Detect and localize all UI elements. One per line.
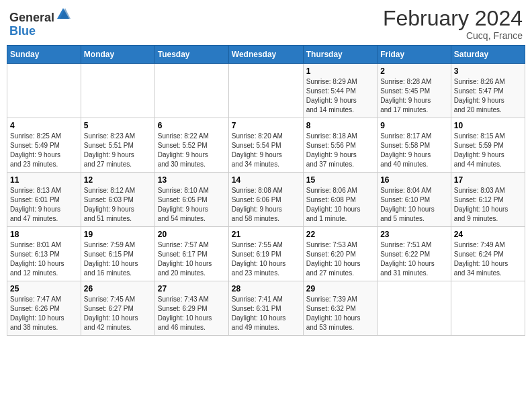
location: Cucq, France — [383, 30, 523, 41]
day-number: 27 — [158, 284, 226, 293]
calendar-week-row: 25Sunrise: 7:47 AM Sunset: 6:26 PM Dayli… — [7, 281, 525, 336]
day-info: Sunrise: 8:22 AM Sunset: 5:52 PM Dayligh… — [158, 132, 226, 169]
day-info: Sunrise: 8:25 AM Sunset: 5:49 PM Dayligh… — [10, 132, 78, 169]
day-info: Sunrise: 8:15 AM Sunset: 5:59 PM Dayligh… — [454, 132, 522, 169]
day-number: 26 — [84, 284, 152, 293]
month-title: February 2024 — [383, 7, 523, 30]
day-info: Sunrise: 8:10 AM Sunset: 6:05 PM Dayligh… — [158, 186, 226, 224]
logo-icon — [56, 7, 71, 21]
day-info: Sunrise: 8:06 AM Sunset: 6:08 PM Dayligh… — [306, 186, 374, 224]
calendar-header-row: SundayMondayTuesdayWednesdayThursdayFrid… — [7, 46, 525, 64]
calendar-day-8: 8Sunrise: 8:18 AM Sunset: 5:56 PM Daylig… — [303, 118, 377, 173]
logo-blue-text: Blue — [9, 24, 36, 38]
day-number: 29 — [306, 284, 374, 293]
day-info: Sunrise: 7:55 AM Sunset: 6:19 PM Dayligh… — [232, 240, 300, 278]
header-wednesday: Wednesday — [228, 46, 303, 64]
day-number: 21 — [232, 230, 300, 239]
day-number: 23 — [380, 230, 448, 239]
day-number: 28 — [232, 284, 300, 293]
calendar-day-20: 20Sunrise: 7:57 AM Sunset: 6:17 PM Dayli… — [154, 227, 228, 281]
day-info: Sunrise: 8:13 AM Sunset: 6:01 PM Dayligh… — [10, 186, 78, 224]
day-info: Sunrise: 7:49 AM Sunset: 6:24 PM Dayligh… — [454, 240, 522, 278]
empty-cell — [7, 64, 81, 118]
day-info: Sunrise: 8:29 AM Sunset: 5:44 PM Dayligh… — [306, 77, 374, 115]
calendar-week-row: 1Sunrise: 8:29 AM Sunset: 5:44 PM Daylig… — [7, 64, 525, 118]
calendar-day-4: 4Sunrise: 8:25 AM Sunset: 5:49 PM Daylig… — [7, 118, 81, 173]
day-number: 25 — [10, 284, 78, 293]
day-number: 5 — [84, 121, 152, 130]
day-info: Sunrise: 7:47 AM Sunset: 6:26 PM Dayligh… — [10, 295, 78, 332]
calendar-day-21: 21Sunrise: 7:55 AM Sunset: 6:19 PM Dayli… — [228, 227, 303, 281]
calendar-day-7: 7Sunrise: 8:20 AM Sunset: 5:54 PM Daylig… — [228, 118, 303, 173]
day-number: 13 — [158, 175, 226, 185]
day-info: Sunrise: 8:28 AM Sunset: 5:45 PM Dayligh… — [380, 77, 448, 115]
calendar-day-22: 22Sunrise: 7:53 AM Sunset: 6:20 PM Dayli… — [303, 227, 377, 281]
calendar-day-13: 13Sunrise: 8:10 AM Sunset: 6:05 PM Dayli… — [154, 173, 228, 227]
day-info: Sunrise: 7:59 AM Sunset: 6:15 PM Dayligh… — [84, 240, 152, 278]
empty-cell — [378, 281, 451, 336]
calendar-week-row: 18Sunrise: 8:01 AM Sunset: 6:13 PM Dayli… — [7, 227, 525, 281]
day-info: Sunrise: 8:20 AM Sunset: 5:54 PM Dayligh… — [232, 132, 300, 169]
calendar-day-17: 17Sunrise: 8:03 AM Sunset: 6:12 PM Dayli… — [451, 173, 525, 227]
calendar-day-28: 28Sunrise: 7:41 AM Sunset: 6:31 PM Dayli… — [228, 281, 303, 336]
day-info: Sunrise: 8:17 AM Sunset: 5:58 PM Dayligh… — [380, 132, 448, 169]
day-info: Sunrise: 8:12 AM Sunset: 6:03 PM Dayligh… — [84, 186, 152, 224]
day-number: 24 — [454, 230, 522, 239]
day-info: Sunrise: 8:03 AM Sunset: 6:12 PM Dayligh… — [454, 186, 522, 224]
day-number: 22 — [306, 230, 374, 239]
day-number: 17 — [454, 175, 522, 185]
logo: General Blue — [9, 7, 71, 38]
day-info: Sunrise: 8:23 AM Sunset: 5:51 PM Dayligh… — [84, 132, 152, 169]
calendar-day-16: 16Sunrise: 8:04 AM Sunset: 6:10 PM Dayli… — [378, 173, 451, 227]
empty-cell — [154, 64, 228, 118]
day-info: Sunrise: 7:41 AM Sunset: 6:31 PM Dayligh… — [232, 295, 300, 332]
calendar-day-10: 10Sunrise: 8:15 AM Sunset: 5:59 PM Dayli… — [451, 118, 525, 173]
calendar-day-14: 14Sunrise: 8:08 AM Sunset: 6:06 PM Dayli… — [228, 173, 303, 227]
header-sunday: Sunday — [7, 46, 81, 64]
page-header: General Blue February 2024 Cucq, France — [7, 7, 525, 41]
day-number: 14 — [232, 175, 300, 185]
calendar-day-6: 6Sunrise: 8:22 AM Sunset: 5:52 PM Daylig… — [154, 118, 228, 173]
day-number: 6 — [158, 121, 226, 130]
calendar-day-29: 29Sunrise: 7:39 AM Sunset: 6:32 PM Dayli… — [303, 281, 377, 336]
header-monday: Monday — [81, 46, 154, 64]
calendar-day-19: 19Sunrise: 7:59 AM Sunset: 6:15 PM Dayli… — [81, 227, 154, 281]
day-info: Sunrise: 8:26 AM Sunset: 5:47 PM Dayligh… — [454, 77, 522, 115]
day-info: Sunrise: 7:45 AM Sunset: 6:27 PM Dayligh… — [84, 295, 152, 332]
calendar-day-11: 11Sunrise: 8:13 AM Sunset: 6:01 PM Dayli… — [7, 173, 81, 227]
header-saturday: Saturday — [451, 46, 525, 64]
day-info: Sunrise: 7:43 AM Sunset: 6:29 PM Dayligh… — [158, 295, 226, 332]
day-number: 3 — [454, 66, 522, 76]
calendar-week-row: 11Sunrise: 8:13 AM Sunset: 6:01 PM Dayli… — [7, 173, 525, 227]
calendar-day-27: 27Sunrise: 7:43 AM Sunset: 6:29 PM Dayli… — [154, 281, 228, 336]
day-number: 2 — [380, 66, 448, 76]
calendar-day-15: 15Sunrise: 8:06 AM Sunset: 6:08 PM Dayli… — [303, 173, 377, 227]
day-number: 16 — [380, 175, 448, 185]
calendar-day-12: 12Sunrise: 8:12 AM Sunset: 6:03 PM Dayli… — [81, 173, 154, 227]
calendar-week-row: 4Sunrise: 8:25 AM Sunset: 5:49 PM Daylig… — [7, 118, 525, 173]
day-info: Sunrise: 7:53 AM Sunset: 6:20 PM Dayligh… — [306, 240, 374, 278]
calendar-day-2: 2Sunrise: 8:28 AM Sunset: 5:45 PM Daylig… — [378, 64, 451, 118]
calendar-day-3: 3Sunrise: 8:26 AM Sunset: 5:47 PM Daylig… — [451, 64, 525, 118]
day-number: 20 — [158, 230, 226, 239]
header-thursday: Thursday — [303, 46, 377, 64]
day-info: Sunrise: 8:08 AM Sunset: 6:06 PM Dayligh… — [232, 186, 300, 224]
day-info: Sunrise: 7:39 AM Sunset: 6:32 PM Dayligh… — [306, 295, 374, 332]
day-number: 12 — [84, 175, 152, 185]
empty-cell — [81, 64, 154, 118]
calendar-day-18: 18Sunrise: 8:01 AM Sunset: 6:13 PM Dayli… — [7, 227, 81, 281]
day-info: Sunrise: 8:04 AM Sunset: 6:10 PM Dayligh… — [380, 186, 448, 224]
day-info: Sunrise: 8:18 AM Sunset: 5:56 PM Dayligh… — [306, 132, 374, 169]
day-number: 18 — [10, 230, 78, 239]
empty-cell — [451, 281, 525, 336]
empty-cell — [228, 64, 303, 118]
calendar-day-24: 24Sunrise: 7:49 AM Sunset: 6:24 PM Dayli… — [451, 227, 525, 281]
calendar-table: SundayMondayTuesdayWednesdayThursdayFrid… — [7, 45, 525, 336]
day-number: 8 — [306, 121, 374, 130]
header-friday: Friday — [378, 46, 451, 64]
day-number: 9 — [380, 121, 448, 130]
calendar-day-25: 25Sunrise: 7:47 AM Sunset: 6:26 PM Dayli… — [7, 281, 81, 336]
day-number: 1 — [306, 66, 374, 76]
header-tuesday: Tuesday — [154, 46, 228, 64]
calendar-day-23: 23Sunrise: 7:51 AM Sunset: 6:22 PM Dayli… — [378, 227, 451, 281]
